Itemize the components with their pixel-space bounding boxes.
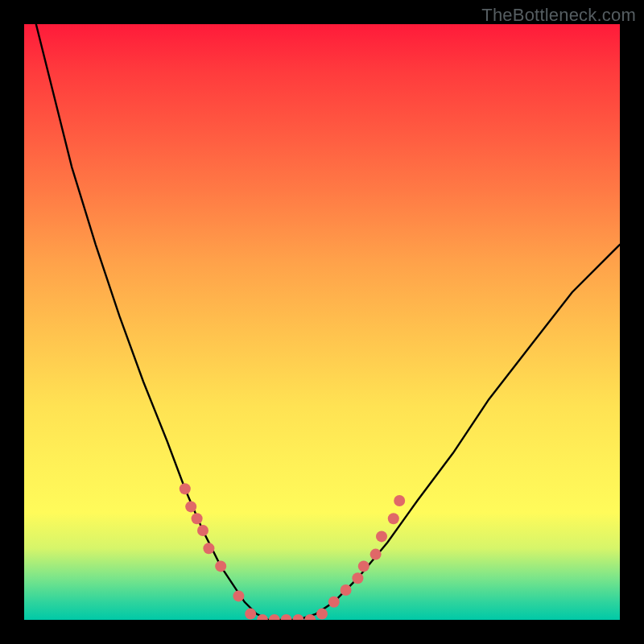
marker-dot [215, 560, 226, 572]
marker-dot [203, 543, 214, 554]
marker-dot [269, 614, 280, 620]
attribution-text: TheBottleneck.com [481, 5, 636, 26]
marker-dot [281, 614, 292, 620]
marker-dot [180, 483, 191, 494]
marker-dot [192, 513, 203, 524]
marker-dot [245, 609, 256, 620]
marker-dot [352, 572, 363, 584]
marker-dot [197, 525, 208, 536]
marker-dot [370, 549, 382, 560]
chart-svg [24, 24, 620, 620]
marker-dot [316, 609, 328, 620]
marker-dot [185, 501, 196, 512]
chart-frame: TheBottleneck.com [0, 0, 644, 644]
marker-dot [376, 530, 387, 542]
marker-dot [341, 584, 352, 596]
curve-path [36, 24, 620, 620]
plot-area [24, 24, 620, 620]
marker-dot [292, 614, 303, 620]
marker-dot [358, 560, 369, 572]
marker-dot [388, 513, 399, 524]
marker-group [180, 483, 405, 620]
marker-dot [394, 495, 405, 506]
marker-dot [233, 590, 244, 601]
marker-dot [328, 597, 340, 608]
